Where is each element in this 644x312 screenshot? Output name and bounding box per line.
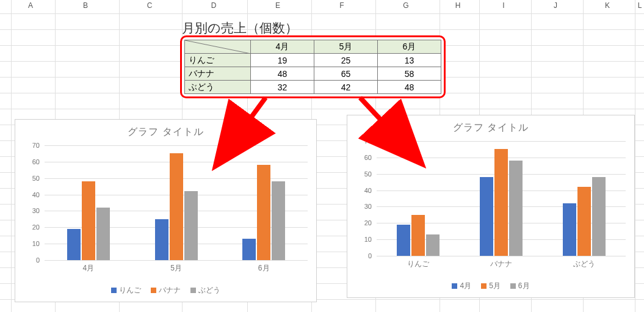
cell[interactable]: 25 <box>314 54 378 67</box>
column-header: I <box>502 1 504 10</box>
cell[interactable]: 48 <box>378 81 441 94</box>
cell[interactable]: 65 <box>314 67 378 81</box>
bar <box>509 161 523 256</box>
svg-line-0 <box>185 40 250 54</box>
x-label: ぶどう <box>543 259 626 269</box>
bar-group <box>543 141 626 256</box>
bar <box>397 225 410 256</box>
column-header: G <box>403 1 408 10</box>
bar <box>494 149 508 256</box>
bar-group <box>220 145 308 260</box>
y-tick: 0 <box>368 252 372 259</box>
legend-swatch-icon <box>510 283 516 289</box>
chart-by-fruit[interactable]: グラフ タイトル 010203040506070 りんごバナナぶどう 4月5月6… <box>347 115 635 298</box>
chart-title: グラフ タイトル <box>347 122 634 134</box>
column-header: L <box>638 1 642 10</box>
bar <box>155 219 168 260</box>
legend-item: 5月 <box>481 281 501 291</box>
legend: 4月5月6月 <box>347 281 634 291</box>
legend-item: 4月 <box>452 281 471 291</box>
bar <box>82 181 95 260</box>
sheet-title: 月別の売上（個数） <box>182 20 298 37</box>
cell[interactable]: 13 <box>378 54 441 67</box>
bar-group <box>460 141 543 256</box>
x-label: バナナ <box>460 259 543 269</box>
column-header: D <box>211 1 217 10</box>
col-header: 5月 <box>314 40 378 54</box>
table-row: りんご 19 25 13 <box>185 54 441 67</box>
y-tick: 40 <box>32 191 40 198</box>
bar <box>563 203 576 256</box>
cell[interactable]: 58 <box>378 67 441 81</box>
table-corner <box>185 40 251 54</box>
x-label: 5月 <box>132 263 220 274</box>
legend-item: 6月 <box>510 281 530 291</box>
bar-group <box>132 145 220 260</box>
cell[interactable]: 48 <box>251 67 314 81</box>
row-header: りんご <box>185 54 251 67</box>
legend-item: りんご <box>111 285 141 296</box>
bar <box>592 177 606 256</box>
x-label: 4月 <box>45 263 132 274</box>
x-axis-labels: りんごバナナぶどう <box>377 259 626 269</box>
y-tick: 60 <box>32 158 40 165</box>
table-row: バナナ 48 65 58 <box>185 67 441 81</box>
x-axis-labels: 4月5月6月 <box>45 263 308 274</box>
y-tick: 20 <box>364 219 372 227</box>
data-table-highlight: 4月 5月 6月 りんご 19 25 13 バナナ 48 65 58 ぶどう 3… <box>180 35 446 98</box>
bar <box>426 234 440 256</box>
y-tick: 30 <box>32 207 40 214</box>
column-header: H <box>455 1 461 10</box>
row-header: ぶどう <box>185 81 251 94</box>
legend: りんごバナナぶどう <box>15 285 316 296</box>
table-row: ぶどう 32 42 48 <box>185 81 441 94</box>
bar <box>272 181 285 260</box>
legend-swatch-icon <box>481 283 487 289</box>
column-header: B <box>83 1 88 10</box>
bar <box>257 165 270 260</box>
y-tick: 60 <box>364 154 372 161</box>
data-table: 4月 5月 6月 りんご 19 25 13 バナナ 48 65 58 ぶどう 3… <box>184 40 441 94</box>
chart-title: グラフ タイトル <box>15 126 316 139</box>
chart-by-month[interactable]: グラフ タイトル 010203040506070 4月5月6月 りんごバナナぶど… <box>15 119 317 302</box>
bar <box>170 153 183 260</box>
y-tick: 70 <box>32 142 40 149</box>
row-header: バナナ <box>185 67 251 81</box>
legend-swatch-icon <box>151 288 156 293</box>
y-tick: 10 <box>364 236 372 243</box>
column-header: F <box>339 1 344 10</box>
cell[interactable]: 42 <box>314 81 378 94</box>
cell[interactable]: 32 <box>251 81 314 94</box>
x-label: 6月 <box>220 263 308 274</box>
column-headers: ABCDEFGHIJKL <box>0 1 644 12</box>
bar-group <box>45 145 132 260</box>
column-header: J <box>554 1 557 10</box>
column-header: E <box>275 1 280 10</box>
plot-area <box>45 145 308 260</box>
y-tick: 70 <box>364 137 372 145</box>
column-header: C <box>147 1 153 10</box>
y-tick: 20 <box>32 223 40 231</box>
bar-group <box>377 141 460 256</box>
x-label: りんご <box>377 259 460 269</box>
legend-item: バナナ <box>151 285 181 296</box>
bar <box>96 208 110 260</box>
legend-swatch-icon <box>190 288 196 293</box>
cell[interactable]: 19 <box>251 54 314 67</box>
plot-area <box>377 141 626 256</box>
y-tick: 50 <box>364 170 372 178</box>
y-tick: 30 <box>364 203 372 210</box>
column-header: A <box>28 1 33 10</box>
y-axis: 010203040506070 <box>347 141 374 256</box>
y-axis: 010203040506070 <box>15 145 42 260</box>
bar <box>242 239 256 260</box>
legend-item: ぶどう <box>190 285 220 296</box>
y-tick: 0 <box>36 256 40 264</box>
col-header: 6月 <box>378 40 441 54</box>
bar <box>411 215 425 256</box>
bar <box>184 191 198 260</box>
y-tick: 40 <box>364 187 372 194</box>
column-header: K <box>605 1 610 10</box>
y-tick: 50 <box>32 175 40 182</box>
col-header: 4月 <box>251 40 314 54</box>
